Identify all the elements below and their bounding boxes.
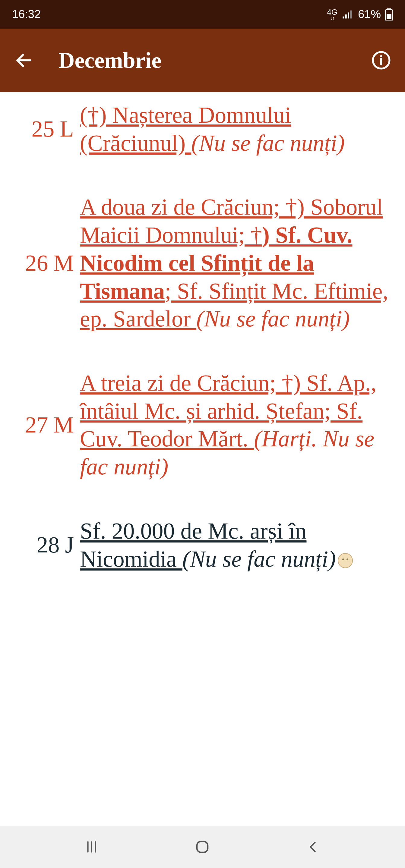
app-bar: Decembrie [0, 29, 405, 92]
note-text: (Nu se fac nunți) [196, 306, 350, 331]
status-bar: 16:32 4G ↓↑ 61% [0, 0, 405, 29]
day-number: 25 [32, 116, 55, 142]
calendar-row[interactable]: 25L(†) Nașterea Domnului (Crăciunul) (Nu… [18, 101, 390, 157]
battery-percent: 61% [358, 8, 381, 21]
day-number: 27 [25, 412, 48, 438]
back-button[interactable] [10, 47, 37, 74]
day-of-week: J [65, 532, 74, 558]
signal-icon [342, 8, 354, 21]
note-text: (Nu se fac nunți) [182, 546, 336, 571]
date-column: 25L [18, 116, 80, 142]
day-of-week: M [53, 250, 74, 276]
svg-rect-0 [343, 16, 344, 19]
calendar-row[interactable]: 26MA doua zi de Crăciun; †) Soborul Maic… [18, 193, 390, 333]
date-column: 27M [18, 412, 80, 438]
svg-rect-2 [348, 12, 349, 19]
recents-button[interactable] [75, 835, 108, 859]
description[interactable]: A doua zi de Crăciun; †) Soborul Maicii … [80, 193, 390, 333]
calendar-row[interactable]: 27MA treia zi de Crăciun; †) Sf. Ap., în… [18, 369, 390, 481]
description[interactable]: A treia zi de Crăciun; †) Sf. Ap., întâi… [80, 369, 390, 481]
battery-icon [385, 8, 393, 21]
info-button[interactable] [368, 47, 395, 74]
description[interactable]: Sf. 20.000 de Mc. arși în Nicomidia (Nu … [80, 517, 390, 572]
svg-rect-1 [345, 14, 347, 19]
status-time: 16:32 [12, 8, 41, 21]
svg-rect-3 [350, 10, 352, 19]
home-button[interactable] [186, 835, 219, 859]
moon-phase-icon [338, 553, 353, 568]
description[interactable]: (†) Nașterea Domnului (Crăciunul) (Nu se… [80, 101, 390, 157]
date-column: 26M [18, 250, 80, 276]
svg-rect-14 [197, 841, 208, 852]
calendar-list: 25L(†) Nașterea Domnului (Crăciunul) (Nu… [0, 92, 405, 572]
calendar-row[interactable]: 28JSf. 20.000 de Mc. arși în Nicomidia (… [18, 517, 390, 572]
back-nav-button[interactable] [297, 835, 330, 859]
day-number: 26 [25, 250, 48, 276]
date-column: 28J [18, 532, 80, 558]
svg-point-10 [380, 55, 382, 57]
page-title: Decembrie [58, 48, 368, 73]
day-number: 28 [36, 532, 59, 558]
status-right: 4G ↓↑ 61% [327, 8, 393, 21]
system-nav-bar [0, 826, 405, 868]
svg-rect-6 [386, 14, 392, 19]
day-of-week: M [53, 412, 74, 438]
network-indicator: 4G ↓↑ [327, 8, 338, 21]
note-text: (Nu se fac nunți) [191, 130, 345, 156]
day-of-week: L [60, 116, 74, 142]
